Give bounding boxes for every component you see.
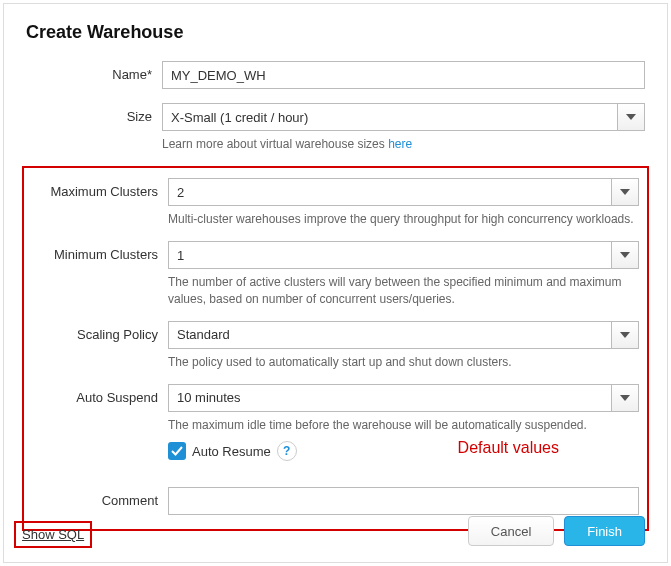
min-clusters-dropdown-trigger[interactable] <box>611 241 639 269</box>
size-help-text: Learn more about virtual warehouse sizes <box>162 137 388 151</box>
scaling-policy-label: Scaling Policy <box>32 321 168 342</box>
auto-suspend-select[interactable]: 10 minutes <box>168 384 639 412</box>
auto-resume-label: Auto Resume <box>192 444 271 459</box>
comment-row: Comment <box>32 487 639 515</box>
comment-input[interactable] <box>168 487 639 515</box>
default-values-annotation: Default values <box>458 439 559 457</box>
footer-buttons: Cancel Finish <box>468 516 645 546</box>
auto-resume-help-icon[interactable]: ? <box>277 441 297 461</box>
min-clusters-label: Minimum Clusters <box>32 241 168 262</box>
create-warehouse-dialog: Create Warehouse Name* Size X-Small (1 c… <box>3 3 668 563</box>
name-input[interactable] <box>162 61 645 89</box>
size-dropdown-trigger[interactable] <box>617 103 645 131</box>
auto-suspend-value: 10 minutes <box>168 384 611 412</box>
size-value: X-Small (1 credit / hour) <box>162 103 617 131</box>
max-clusters-value: 2 <box>168 178 611 206</box>
auto-suspend-row: Auto Suspend 10 minutes The maximum idle… <box>32 384 639 473</box>
max-clusters-select[interactable]: 2 <box>168 178 639 206</box>
dialog-title: Create Warehouse <box>26 22 645 43</box>
min-clusters-value: 1 <box>168 241 611 269</box>
min-clusters-row: Minimum Clusters 1 The number of active … <box>32 241 639 306</box>
chevron-down-icon <box>620 189 630 195</box>
show-sql-link[interactable]: Show SQL <box>22 527 84 542</box>
auto-resume-row: Auto Resume ? Default values <box>168 441 639 461</box>
min-clusters-help: The number of active clusters will vary … <box>168 274 639 306</box>
chevron-down-icon <box>620 395 630 401</box>
max-clusters-row: Maximum Clusters 2 Multi-cluster warehou… <box>32 178 639 227</box>
scaling-policy-value: Standard <box>168 321 611 349</box>
auto-suspend-help: The maximum idle time before the warehou… <box>168 417 639 433</box>
size-help: Learn more about virtual warehouse sizes… <box>162 136 645 152</box>
name-row: Name* <box>26 61 645 89</box>
scaling-policy-help: The policy used to automatically start u… <box>168 354 639 370</box>
auto-suspend-dropdown-trigger[interactable] <box>611 384 639 412</box>
highlighted-section: Maximum Clusters 2 Multi-cluster warehou… <box>22 166 649 531</box>
max-clusters-help: Multi-cluster warehouses improve the que… <box>168 211 639 227</box>
scaling-policy-row: Scaling Policy Standard The policy used … <box>32 321 639 370</box>
auto-suspend-label: Auto Suspend <box>32 384 168 405</box>
auto-resume-checkbox[interactable] <box>168 442 186 460</box>
cancel-button[interactable]: Cancel <box>468 516 554 546</box>
scaling-policy-select[interactable]: Standard <box>168 321 639 349</box>
chevron-down-icon <box>620 332 630 338</box>
chevron-down-icon <box>620 252 630 258</box>
size-help-link[interactable]: here <box>388 137 412 151</box>
max-clusters-label: Maximum Clusters <box>32 178 168 199</box>
size-select[interactable]: X-Small (1 credit / hour) <box>162 103 645 131</box>
min-clusters-select[interactable]: 1 <box>168 241 639 269</box>
check-icon <box>171 446 183 456</box>
chevron-down-icon <box>626 114 636 120</box>
comment-label: Comment <box>32 487 168 508</box>
name-label: Name* <box>26 61 162 82</box>
size-label: Size <box>26 103 162 124</box>
scaling-policy-dropdown-trigger[interactable] <box>611 321 639 349</box>
finish-button[interactable]: Finish <box>564 516 645 546</box>
max-clusters-dropdown-trigger[interactable] <box>611 178 639 206</box>
show-sql-highlight: Show SQL <box>14 521 92 548</box>
size-row: Size X-Small (1 credit / hour) Learn mor… <box>26 103 645 152</box>
